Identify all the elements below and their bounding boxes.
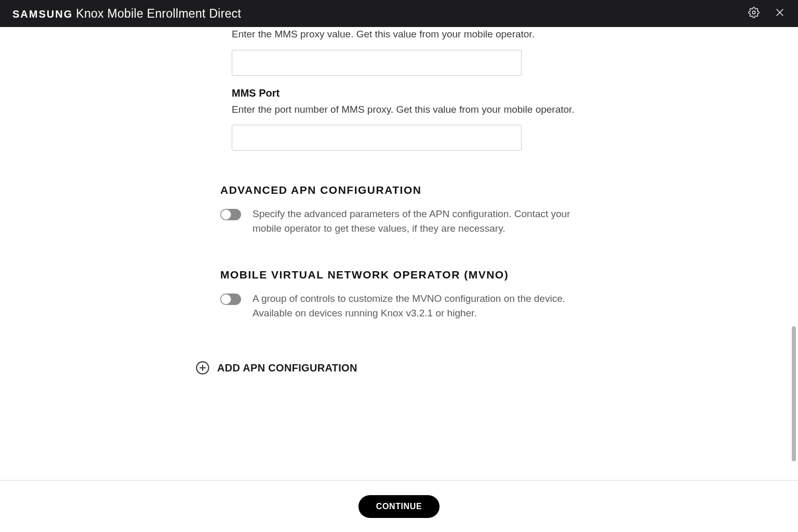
header-title-group: SAMSUNG Knox Mobile Enrollment Direct	[12, 7, 241, 21]
svg-point-0	[752, 11, 755, 14]
advanced-apn-heading: ADVANCED APN CONFIGURATION	[220, 184, 598, 196]
mms-port-field-block: MMS Port Enter the port number of MMS pr…	[232, 87, 598, 151]
brand-logo-text: SAMSUNG	[12, 8, 73, 20]
mms-proxy-field-block: Enter the MMS proxy value. Get this valu…	[232, 27, 598, 76]
advanced-apn-desc: Specify the advanced parameters of the A…	[252, 207, 583, 235]
advanced-apn-toggle[interactable]	[220, 209, 241, 220]
mvno-toggle-row: A group of controls to customize the MVN…	[220, 291, 598, 320]
continue-button[interactable]: CONTINUE	[358, 495, 440, 518]
scrollbar-thumb[interactable]	[792, 326, 796, 461]
mms-proxy-input[interactable]	[232, 50, 522, 76]
app-title: Knox Mobile Enrollment Direct	[76, 7, 241, 21]
mms-port-label: MMS Port	[232, 87, 598, 99]
plus-circle-icon	[195, 361, 210, 375]
footer-bar: CONTINUE	[0, 480, 798, 532]
app-header: SAMSUNG Knox Mobile Enrollment Direct	[0, 0, 798, 27]
mvno-desc: A group of controls to customize the MVN…	[252, 291, 583, 320]
settings-icon[interactable]	[748, 7, 760, 20]
mms-proxy-desc: Enter the MMS proxy value. Get this valu…	[232, 27, 598, 42]
mvno-heading: MOBILE VIRTUAL NETWORK OPERATOR (MVNO)	[220, 269, 598, 281]
advanced-apn-toggle-row: Specify the advanced parameters of the A…	[220, 207, 598, 235]
mms-port-input[interactable]	[232, 125, 522, 151]
close-icon[interactable]	[774, 7, 786, 20]
content-scroll[interactable]: Enter the MMS proxy value. Get this valu…	[0, 27, 798, 480]
add-apn-label: ADD APN CONFIGURATION	[217, 362, 357, 374]
mms-port-desc: Enter the port number of MMS proxy. Get …	[232, 102, 598, 117]
header-actions	[748, 7, 786, 20]
mvno-toggle[interactable]	[220, 294, 241, 305]
toggle-knob	[221, 209, 231, 220]
add-apn-configuration-button[interactable]: ADD APN CONFIGURATION	[195, 361, 598, 375]
form-container: Enter the MMS proxy value. Get this valu…	[232, 27, 598, 417]
